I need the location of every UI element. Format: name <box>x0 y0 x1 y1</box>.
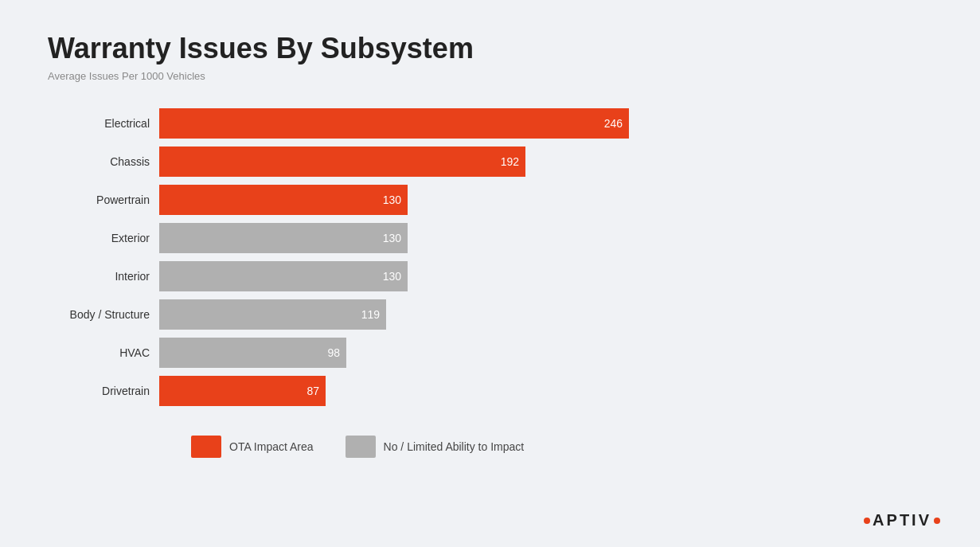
bar-outer: 119 <box>159 299 386 330</box>
bar-fill: 130 <box>159 223 408 253</box>
bars-area: Electrical246Chassis192Powertrain130Exte… <box>159 106 932 412</box>
bar-fill: 130 <box>159 185 408 215</box>
bar-row: Powertrain130 <box>159 182 932 217</box>
bar-row: Electrical246 <box>159 106 932 141</box>
bar-value: 119 <box>361 308 380 321</box>
legend-item-gray: No / Limited Ability to Impact <box>346 436 525 458</box>
bar-outer: 87 <box>159 376 326 406</box>
bar-outer: 246 <box>159 108 629 139</box>
bar-outer: 98 <box>159 338 346 368</box>
bar-label: HVAC <box>48 346 159 359</box>
bar-value: 87 <box>306 385 319 397</box>
bar-fill: 130 <box>159 261 408 291</box>
bar-label: Body / Structure <box>48 308 159 321</box>
aptiv-logo: APTIV <box>864 511 940 529</box>
bar-fill: 192 <box>159 147 525 177</box>
bar-value: 130 <box>383 232 401 244</box>
legend-item-orange: OTA Impact Area <box>191 436 314 458</box>
bar-row: HVAC98 <box>159 335 932 370</box>
chart-subtitle: Average Issues Per 1000 Vehicles <box>48 70 932 82</box>
bar-label: Exterior <box>48 232 159 244</box>
bar-fill: 246 <box>159 108 629 139</box>
bar-row: Interior130 <box>159 259 932 294</box>
bar-value: 130 <box>383 270 401 283</box>
bar-row: Chassis192 <box>159 144 932 179</box>
bar-outer: 130 <box>159 261 408 291</box>
legend-swatch-orange <box>191 436 221 458</box>
bar-label: Interior <box>48 270 159 283</box>
legend-label-orange: OTA Impact Area <box>229 440 314 453</box>
bar-label: Chassis <box>48 155 159 168</box>
bar-outer: 130 <box>159 185 408 215</box>
bar-label: Electrical <box>48 117 159 130</box>
bar-outer: 192 <box>159 147 525 177</box>
legend-label-gray: No / Limited Ability to Impact <box>384 440 525 453</box>
bar-row: Drivetrain87 <box>159 373 932 408</box>
bar-value: 192 <box>501 155 519 168</box>
bar-label: Powertrain <box>48 193 159 206</box>
bar-label: Drivetrain <box>48 385 159 397</box>
legend-area: OTA Impact Area No / Limited Ability to … <box>191 436 932 458</box>
bar-row: Body / Structure119 <box>159 297 932 332</box>
bar-row: Exterior130 <box>159 221 932 256</box>
bar-value: 246 <box>604 117 623 130</box>
bar-fill: 98 <box>159 338 346 368</box>
bar-fill: 119 <box>159 299 386 330</box>
bar-outer: 130 <box>159 223 408 253</box>
aptiv-dot-right <box>934 518 940 524</box>
chart-title: Warranty Issues By Subsystem <box>48 32 932 65</box>
legend-swatch-gray <box>346 436 376 458</box>
aptiv-text: APTIV <box>873 511 931 529</box>
bar-value: 98 <box>327 346 340 359</box>
bar-value: 130 <box>383 193 401 206</box>
aptiv-dot-left <box>864 518 870 524</box>
chart-container: Warranty Issues By Subsystem Average Iss… <box>0 0 980 547</box>
bar-fill: 87 <box>159 376 326 406</box>
